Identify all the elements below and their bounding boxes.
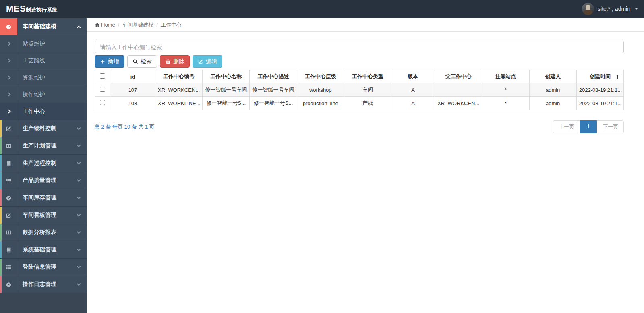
edit-button[interactable]: 编辑 [193,55,222,68]
prev-page-button[interactable]: 上一页 [553,120,580,133]
sidebar-item-label: 生产计划管理 [17,142,77,149]
sidebar-item-material-control[interactable]: 生产物料控制 [0,120,87,137]
pagination-summary: 总 2 条 每页 10 条 共 1 页 [95,123,155,131]
color-strip [0,155,2,172]
list-icon [0,172,17,189]
chevron-down-icon [77,195,81,199]
search-button-label: 检索 [141,58,152,65]
breadcrumb-home-link[interactable]: Home [95,22,115,28]
sidebar-item-label: 生产过程控制 [17,160,77,167]
color-strip [0,259,2,276]
sidebar-item-label: 系统基础管理 [17,246,77,253]
columns-icon [0,224,17,241]
sidebar-item-site-maintenance[interactable]: 站点维护 [0,35,87,52]
cell-parent: XR_WORKCEN... [435,97,482,110]
trash-icon [165,59,171,64]
chevron-up-icon [77,26,81,30]
row-checkbox[interactable] [100,87,105,92]
cell-type: 车间 [344,83,391,97]
sidebar-item-label: 资源维护 [17,74,87,81]
chevron-right-icon [0,103,17,120]
col-type: 工作中心类型 [344,70,391,83]
sidebar-item-system-management[interactable]: 系统基础管理 [0,241,87,259]
sidebar-item-label: 站点维护 [17,40,87,48]
sidebar-item-work-center[interactable]: 工作中心 [0,103,87,120]
cell-level: workshop [297,83,344,97]
edit-icon [0,120,17,137]
select-all-checkbox[interactable] [100,73,105,79]
work-center-table: id 工作中心编号 工作中心名称 工作中心描述 工作中心层级 工作中心类型 版本… [95,70,624,110]
col-id: id [110,70,155,83]
sidebar-item-operation-maintenance[interactable]: 操作维护 [0,86,87,103]
cell-type: 产线 [344,97,391,110]
row-select-cell [95,97,110,110]
sidebar-item-label: 产品质量管理 [17,177,77,184]
sidebar-item-process-route[interactable]: 工艺路线 [0,52,87,69]
edit-button-label: 编辑 [206,58,217,65]
page-1-button[interactable]: 1 [580,120,597,133]
list-icon [0,259,17,276]
cell-code: XR_WORKCEN... [155,83,203,97]
pagination-bar: 总 2 条 每页 10 条 共 1 页 上一页 1 下一页 [95,120,624,133]
delete-button[interactable]: 删除 [160,55,190,68]
col-version: 版本 [391,70,435,83]
columns-icon [0,137,17,154]
color-strip [0,137,2,154]
sidebar-item-operation-log-management[interactable]: 操作日志管理 [0,276,87,293]
col-station: 挂靠站点 [482,70,529,83]
col-creator: 创建人 [529,70,576,83]
cell-description: 修一智能一号车间 [250,83,297,97]
sidebar-item-analysis-reports[interactable]: 数据分析报表 [0,224,87,241]
search-button[interactable]: 检索 [127,55,157,68]
breadcrumb-separator: / [118,22,120,28]
row-checkbox[interactable] [100,100,105,105]
sidebar-item-kanban-management[interactable]: 车间看板管理 [0,207,87,224]
chevron-right-icon [0,69,17,86]
sidebar-item-label: 车间库存管理 [17,194,77,201]
chevron-down-icon [77,160,81,164]
cell-id: 108 [110,97,155,110]
caret-down-icon [635,8,638,10]
add-button-label: 新增 [108,58,119,65]
col-name: 工作中心名称 [203,70,250,83]
sidebar-item-process-control[interactable]: 生产过程控制 [0,155,87,172]
sidebar-group-label: 车间基础建模 [17,23,77,30]
sidebar-item-quality-management[interactable]: 产品质量管理 [0,172,87,189]
sidebar-group-workshop-modeling[interactable]: 车间基础建模 [0,18,87,35]
col-created-time-label: 创建时间 [590,73,611,79]
table-row: 107 XR_WORKCEN... 修一智能一号车间 修一智能一号车间 work… [95,83,624,97]
next-page-button[interactable]: 下一页 [597,120,624,133]
chevron-down-icon [77,178,81,182]
home-icon [95,22,100,27]
add-button[interactable]: 新增 [95,55,124,68]
brand-rest-text: 制造执行系统 [26,6,57,14]
chevron-down-icon [77,126,81,130]
cell-creator: admin [529,83,576,97]
color-strip [0,120,2,137]
delete-button-label: 删除 [173,58,184,65]
cell-station: * [482,97,529,110]
pin-icon[interactable] [615,75,620,79]
edit-icon [198,59,203,64]
search-input[interactable] [95,41,624,53]
cell-name: 修一智能一号S... [203,97,250,110]
user-avatar [582,3,594,15]
cell-parent [435,83,482,97]
user-menu[interactable]: site:* , admin [582,3,638,15]
table-row: 108 XR_WORKLINE... 修一智能一号S... 修一智能一号S...… [95,97,624,110]
sidebar-item-label: 工作中心 [17,108,87,115]
chevron-down-icon [77,282,81,286]
col-code: 工作中心编号 [155,70,203,83]
breadcrumb-separator: / [156,22,158,28]
sidebar-item-resource-maintenance[interactable]: 资源维护 [0,69,87,86]
plus-icon [100,59,106,64]
sidebar-item-login-info-management[interactable]: 登陆信息管理 [0,259,87,276]
sidebar-item-inventory-management[interactable]: 车间库存管理 [0,189,87,207]
dashboard-icon [0,189,17,206]
sidebar-item-plan-management[interactable]: 生产计划管理 [0,137,87,155]
breadcrumb-level1-link[interactable]: 车间基础建模 [122,21,153,29]
chevron-down-icon [77,264,81,268]
sidebar: 车间基础建模 站点维护 工艺路线 资源维护 操作维护 工作中心 生产物料控制 生… [0,18,87,313]
cell-version: A [391,97,435,110]
user-label: site:* , admin [598,6,630,12]
